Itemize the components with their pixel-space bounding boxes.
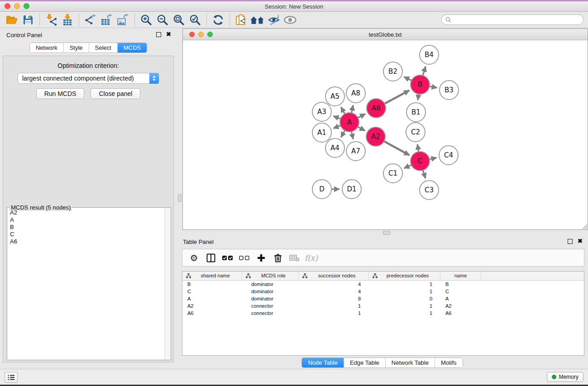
hide-selected-button[interactable] [266, 13, 282, 27]
table-cell[interactable]: 1 [369, 302, 440, 310]
close-panel-button[interactable]: Close panel [91, 88, 140, 99]
export-to-web-button[interactable] [233, 13, 249, 27]
table-row[interactable]: Cdominator41C [182, 288, 584, 295]
save-session-button[interactable] [20, 13, 36, 27]
function-builder-button[interactable]: f(x) [303, 251, 320, 265]
table-cell[interactable]: 8 [299, 295, 369, 302]
open-session-button[interactable] [4, 13, 20, 27]
search-field[interactable] [441, 14, 583, 25]
table-row[interactable]: Bdominator41B [182, 281, 584, 288]
select-all-button[interactable] [219, 251, 236, 265]
table-cell[interactable]: dominator [242, 281, 299, 288]
table-cell[interactable]: 1 [299, 310, 369, 317]
table-cell[interactable]: 1 [369, 310, 440, 317]
table-cell[interactable]: C [440, 288, 481, 295]
network-close-icon[interactable] [189, 32, 195, 37]
zoom-selected-button[interactable] [187, 13, 203, 27]
show-all-button[interactable] [282, 13, 298, 27]
control-tab-select[interactable]: Select [89, 43, 117, 52]
table-tab-node-table[interactable]: Node Table [302, 358, 344, 367]
table-cell[interactable]: 1 [299, 302, 369, 310]
add-row-button[interactable] [253, 251, 269, 265]
column-header-name[interactable]: name [440, 272, 481, 280]
column-header-MCDS-role[interactable]: MCDS role [242, 272, 299, 280]
table-cell[interactable]: C [182, 288, 242, 295]
table-cell[interactable]: dominator [242, 288, 299, 295]
table-cell[interactable]: B [182, 281, 242, 288]
zoom-fit-button[interactable] [171, 13, 187, 27]
vertical-splitter-grip[interactable] [178, 194, 182, 202]
table-cell[interactable]: 0 [369, 295, 440, 302]
titlebar[interactable]: Session: New Session [0, 1, 588, 12]
column-header-predecessor-nodes[interactable]: predecessor nodes [369, 272, 440, 280]
table-tab-motifs[interactable]: Motifs [435, 358, 463, 367]
minimize-window-icon[interactable] [14, 3, 20, 9]
table-cell[interactable]: A [182, 295, 242, 302]
table-cell[interactable]: 4 [299, 281, 369, 288]
control-tab-mcds[interactable]: MCDS [117, 43, 147, 52]
table-cell[interactable]: 1 [369, 288, 440, 295]
optimization-criterion-select[interactable]: largest connected component (directed) [18, 73, 159, 84]
refresh-button[interactable] [210, 13, 226, 27]
import-table-button[interactable] [59, 13, 76, 27]
result-scrollbar[interactable] [164, 208, 170, 359]
first-neighbors-button[interactable] [249, 13, 266, 27]
export-image-button[interactable] [115, 13, 131, 27]
float-panel-icon[interactable] [156, 32, 161, 37]
table-cell[interactable]: 1 [369, 281, 440, 288]
table-cell[interactable]: A2 [182, 302, 242, 310]
table-cell[interactable]: connector [242, 310, 299, 317]
node-table[interactable]: shared nameMCDS rolesuccessor nodesprede… [182, 271, 584, 356]
network-zoom-icon[interactable] [207, 32, 213, 37]
zoom-out-button[interactable] [154, 13, 171, 27]
column-header-successor-nodes[interactable]: successor nodes [299, 272, 369, 280]
close-table-panel-icon[interactable]: ✖ [578, 238, 583, 244]
export-table-button[interactable] [99, 13, 115, 27]
table-cell[interactable]: B [440, 281, 481, 288]
delete-column-button[interactable] [286, 251, 303, 265]
table-cell[interactable]: connector [242, 302, 299, 310]
deselect-all-button[interactable] [236, 251, 253, 265]
task-history-button[interactable] [5, 372, 18, 383]
export-network-button[interactable] [82, 13, 99, 27]
table-settings-button[interactable]: ⚙ [186, 251, 202, 265]
network-window-titlebar[interactable]: testGlobe.txt [183, 29, 588, 40]
table-row[interactable]: A6connector11A6 [182, 310, 584, 317]
table-cell[interactable]: A [440, 295, 481, 302]
mcds-result-item[interactable]: C [8, 231, 164, 238]
control-tab-network[interactable]: Network [30, 43, 63, 52]
control-panel-tabs: NetworkStyleSelectMCDS [0, 43, 177, 53]
resize-grip-icon[interactable] [581, 223, 588, 229]
table-row[interactable]: Adominator80A [182, 295, 584, 302]
table-cell[interactable]: dominator [242, 295, 299, 302]
network-view-window: testGlobe.txt B4B2BB3A8A5A6A3B1AA1C2A2A4… [182, 29, 588, 230]
float-table-panel-icon[interactable] [568, 239, 573, 244]
close-window-icon[interactable] [5, 3, 10, 9]
table-panel: Table Panel ✖ ⚙ [177, 234, 588, 369]
table-cell[interactable]: 4 [299, 288, 369, 295]
close-panel-icon[interactable]: ✖ [166, 32, 171, 37]
show-column-button[interactable] [202, 251, 219, 265]
table-row[interactable]: A2connector11A2 [182, 302, 584, 310]
mcds-result-item[interactable]: A6 [8, 238, 164, 245]
zoom-window-icon[interactable] [24, 3, 29, 9]
mcds-result-item[interactable]: A [8, 216, 164, 224]
table-tab-network-table[interactable]: Network Table [385, 358, 435, 367]
delete-row-button[interactable] [269, 251, 286, 265]
table-cell[interactable]: A2 [440, 302, 481, 310]
table-tab-edge-table[interactable]: Edge Table [344, 358, 385, 367]
search-input[interactable] [454, 16, 579, 24]
control-tab-style[interactable]: Style [63, 43, 89, 52]
fx-icon: f(x) [305, 253, 318, 262]
import-network-button[interactable] [43, 13, 59, 27]
mcds-result-item[interactable]: A2 [8, 209, 164, 216]
mcds-result-item[interactable]: B [8, 224, 164, 231]
network-minimize-icon[interactable] [198, 32, 204, 37]
column-header-shared-name[interactable]: shared name [182, 272, 242, 280]
run-mcds-button[interactable]: Run MCDS [36, 88, 85, 99]
network-canvas[interactable]: B4B2BB3A8A5A6A3B1AA1C2A2A4A7C4CC1C3DD1 [183, 40, 588, 229]
table-cell[interactable]: A6 [182, 310, 242, 317]
memory-button[interactable]: Memory [547, 372, 583, 382]
zoom-in-button[interactable] [138, 13, 154, 27]
table-cell[interactable]: A6 [440, 310, 481, 317]
